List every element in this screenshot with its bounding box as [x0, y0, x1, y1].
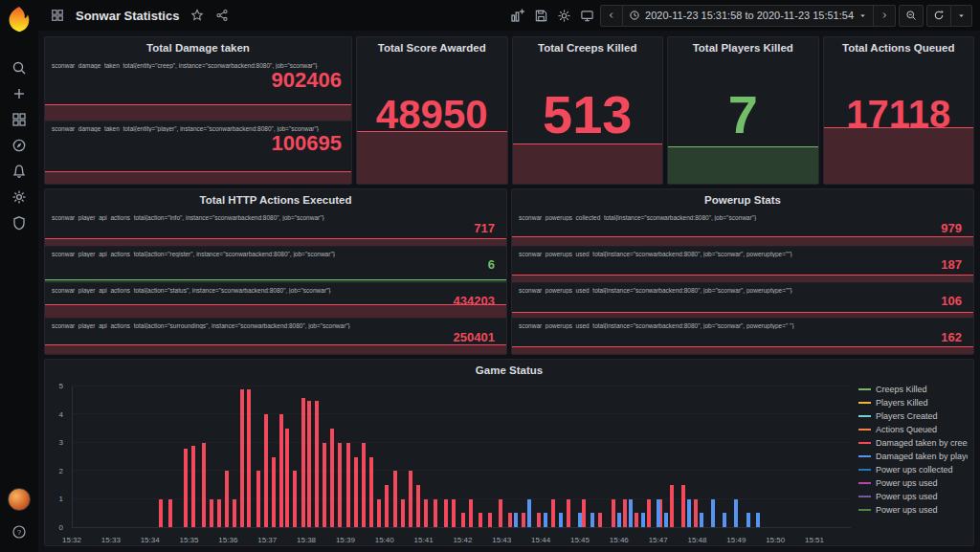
legend-item[interactable]: Actions Queued — [858, 423, 968, 436]
sparkline-area — [45, 344, 506, 354]
star-dashboard-button[interactable] — [188, 7, 207, 24]
panel-game-status: Game Status 012345 15:3215:3315:3415:351… — [44, 359, 974, 546]
chart-bar — [416, 485, 420, 527]
add-panel-icon — [510, 8, 525, 23]
chart-bar — [617, 513, 621, 527]
add-panel-button[interactable] — [507, 6, 528, 25]
big-stat: 513 — [513, 58, 663, 184]
panel-title[interactable]: Total HTTP Actions Executed — [45, 189, 506, 210]
chart-bar — [694, 499, 698, 527]
chart-bar — [330, 429, 334, 527]
chart-bar — [629, 499, 633, 527]
metric-value: 162 — [941, 329, 962, 343]
panel-title[interactable]: Total Score Awarded — [357, 37, 507, 58]
legend-item[interactable]: Creeps Killed — [858, 383, 968, 396]
zoom-out-time-button[interactable] — [899, 5, 924, 27]
compass-icon — [11, 138, 27, 153]
refresh-interval-picker[interactable] — [951, 5, 972, 27]
panel-title[interactable]: Game Status — [45, 360, 973, 381]
share-icon — [215, 9, 229, 22]
share-dashboard-button[interactable] — [212, 7, 232, 24]
chart-bar — [578, 513, 582, 527]
panel-title[interactable]: Total Players Killed — [668, 37, 818, 58]
x-tick-label: 15:50 — [766, 536, 785, 544]
big-stat: 48950 — [357, 58, 507, 184]
chart-bar — [641, 513, 645, 527]
table-row: sconwar_player_api_actions_total{action=… — [45, 283, 506, 320]
metric-value: 7 — [668, 58, 818, 170]
legend-series-color — [858, 415, 871, 417]
panel-title[interactable]: Powerup Stats — [512, 189, 973, 210]
time-shift-forward-button[interactable] — [874, 5, 896, 27]
x-tick-label: 15:44 — [531, 536, 550, 544]
panel-title[interactable]: Total Creeps Killed — [513, 37, 663, 58]
sidebar-item-create[interactable] — [0, 80, 38, 106]
sidebar-item-help[interactable]: ? — [0, 519, 38, 544]
legend-item[interactable]: Players Killed — [858, 396, 968, 409]
table-row: sconwar_player_api_actions_total{action=… — [45, 247, 506, 283]
legend-item[interactable]: Power ups used — [858, 476, 968, 490]
user-avatar[interactable] — [8, 488, 31, 511]
legend-series-color — [858, 482, 871, 484]
x-tick-label: 15:41 — [414, 536, 434, 544]
dashboard-nav-icon[interactable] — [48, 7, 67, 24]
chart-bar — [746, 513, 750, 527]
cycle-view-mode-button[interactable] — [577, 7, 597, 25]
grafana-logo-icon[interactable] — [5, 5, 33, 33]
metric-label: sconwar_powerups_collected_total{instanc… — [512, 210, 973, 221]
panel-title[interactable]: Total Damage taken — [45, 37, 351, 58]
legend-item[interactable]: Players Created — [858, 409, 968, 423]
time-shift-back-button[interactable] — [600, 5, 623, 27]
refresh-dashboard-button[interactable] — [926, 5, 951, 27]
chart-bar — [612, 499, 615, 527]
metric-value: 100695 — [272, 131, 342, 156]
clock-icon — [629, 10, 640, 21]
legend-series-color — [858, 442, 871, 444]
metric-value: 902406 — [272, 68, 342, 93]
legend-series-color — [858, 388, 871, 390]
sidebar-item-configuration[interactable] — [0, 184, 38, 210]
chart-bar — [514, 513, 518, 527]
legend-series-color — [858, 429, 871, 431]
sparkline-area — [512, 346, 973, 354]
chart-bar — [598, 513, 602, 527]
legend-item[interactable]: Power ups collected — [858, 463, 968, 476]
chart-bar — [184, 449, 188, 527]
x-tick-label: 15:47 — [649, 536, 668, 544]
damage-stats: sconwar_damage_taken_total{entity="creep… — [45, 58, 351, 184]
x-tick-label: 15:38 — [297, 536, 316, 544]
sparkline-area — [512, 275, 973, 282]
refresh-icon — [933, 10, 945, 21]
bell-icon — [11, 164, 27, 179]
dashboard-settings-button[interactable] — [554, 7, 574, 25]
metric-value: 979 — [941, 221, 962, 235]
metric-label: sconwar_powerups_used_total{instance="sc… — [512, 283, 973, 294]
legend-item[interactable]: Power ups used — [858, 503, 968, 517]
legend-series-label: Players Killed — [876, 398, 928, 408]
sidebar-item-search[interactable] — [0, 55, 38, 80]
gridline — [73, 442, 851, 443]
chevron-left-icon — [607, 11, 616, 20]
monitor-icon — [580, 9, 594, 23]
chart-bar — [401, 499, 405, 527]
legend-item[interactable]: Damaged taken by creep — [858, 436, 968, 450]
y-tick-label: 4 — [59, 410, 63, 419]
legend-item[interactable]: Damaged taken by player — [858, 450, 968, 463]
sidebar-item-alerting[interactable] — [0, 158, 38, 184]
time-range-picker[interactable]: 2020-11-23 15:31:58 to 2020-11-23 15:51:… — [623, 5, 874, 27]
save-dashboard-button[interactable] — [531, 7, 551, 25]
chart-bar — [488, 513, 492, 527]
chart-bar — [479, 513, 482, 527]
sidebar-item-dashboards[interactable] — [0, 106, 38, 132]
y-tick-label: 0 — [59, 523, 63, 532]
topbar-controls: 2020-11-23 15:31:58 to 2020-11-23 15:51:… — [507, 5, 972, 27]
settings-gear-icon — [557, 9, 571, 23]
legend-item[interactable]: Power ups used — [858, 490, 968, 503]
table-row: sconwar_powerups_used_total{instance="sc… — [512, 283, 973, 320]
panel-title[interactable]: Total Actions Queued — [824, 37, 974, 58]
chart-bar — [756, 513, 760, 527]
sidebar-item-explore[interactable] — [0, 132, 38, 158]
chart-bar — [647, 499, 651, 527]
sidebar-item-server-admin[interactable] — [0, 210, 38, 235]
grid-icon — [51, 9, 64, 22]
